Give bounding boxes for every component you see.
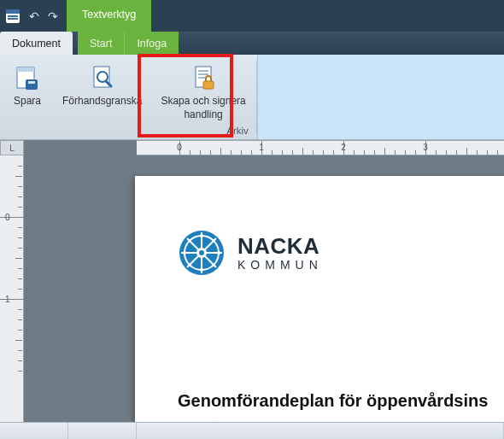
svg-point-28 (188, 239, 191, 243)
svg-rect-2 (8, 15, 18, 17)
document-canvas[interactable]: NACKA KOMMUN BBiC BARNENS BEHOV I CENTRU… (24, 155, 504, 422)
create-and-sign-button[interactable]: Skapa och signera handling (155, 61, 251, 123)
svg-point-24 (200, 234, 203, 237)
ruler-row: L 0123 (0, 140, 504, 155)
ruler-label: 2 (341, 143, 346, 152)
vertical-ruler[interactable]: 01 (0, 155, 24, 422)
ruler-corner[interactable]: L (0, 140, 24, 155)
ruler-label: 1 (259, 143, 264, 152)
svg-rect-14 (198, 77, 205, 79)
magnifier-document-icon (89, 64, 116, 91)
statusbar (0, 422, 504, 439)
ruler-label: 0 (5, 213, 10, 222)
svg-point-27 (217, 251, 220, 255)
create-and-sign-label-line1: Skapa och signera (161, 95, 245, 107)
svg-rect-13 (198, 73, 208, 75)
svg-point-25 (200, 268, 203, 272)
svg-point-29 (212, 239, 215, 243)
ribbon: Spara Förhandsgranska (0, 55, 504, 140)
ruler-label: 0 (177, 143, 182, 152)
svg-point-23 (199, 250, 204, 255)
quick-access-toolbar: ↶ ↷ (0, 0, 63, 32)
statusbar-segment[interactable] (137, 423, 504, 439)
page-heading: Genomförandeplan för öppenvårdsins (178, 391, 488, 411)
ruler-gap (24, 140, 137, 155)
save-button[interactable]: Spara (5, 61, 50, 109)
svg-rect-7 (28, 81, 35, 84)
ruler-label: 1 (5, 295, 10, 304)
preview-button[interactable]: Förhandsgranska (56, 61, 148, 109)
svg-rect-5 (17, 67, 34, 72)
svg-rect-12 (198, 70, 208, 72)
svg-rect-6 (26, 79, 38, 90)
svg-rect-1 (6, 9, 20, 14)
ruler-label: 3 (423, 143, 428, 152)
svg-point-30 (188, 263, 191, 266)
preview-button-label: Förhandsgranska (62, 95, 142, 107)
nacka-mark-icon (178, 229, 226, 277)
tab-dokument[interactable]: Dokument (0, 32, 73, 55)
contextual-tabgroup-label: Textverktyg (67, 0, 151, 32)
workspace: 01 (0, 155, 504, 422)
nacka-logo: NACKA KOMMUN (178, 229, 323, 277)
nacka-logo-text: NACKA KOMMUN (237, 235, 323, 271)
titlebar: ↶ ↷ Textverktyg (0, 0, 504, 32)
save-button-label: Spara (14, 95, 41, 107)
ribbon-group-label: Arkiv (5, 126, 252, 138)
document-lock-icon (190, 64, 217, 91)
svg-rect-3 (8, 18, 18, 20)
statusbar-segment[interactable] (0, 423, 68, 439)
ribbon-group-arkiv: Spara Förhandsgranska (0, 55, 257, 139)
create-and-sign-label-line2: handling (184, 108, 222, 120)
redo-icon[interactable]: ↷ (48, 9, 58, 23)
tab-start[interactable]: Start (78, 32, 124, 55)
tabstrip: Dokument Start Infoga (0, 32, 504, 55)
statusbar-segment[interactable] (68, 423, 137, 439)
page: NACKA KOMMUN BBiC BARNENS BEHOV I CENTRU… (135, 176, 504, 422)
undo-icon[interactable]: ↶ (29, 9, 39, 23)
app-icon (5, 9, 21, 24)
svg-point-31 (212, 263, 215, 266)
horizontal-ruler[interactable]: 0123 (137, 140, 504, 155)
tab-infoga[interactable]: Infoga (124, 32, 179, 55)
svg-rect-15 (203, 81, 214, 89)
nacka-logo-line1: NACKA (237, 235, 323, 257)
save-icon (14, 64, 41, 91)
svg-point-26 (183, 251, 186, 255)
ribbon-empty-area (257, 55, 504, 139)
nacka-logo-line2: KOMMUN (237, 259, 323, 271)
